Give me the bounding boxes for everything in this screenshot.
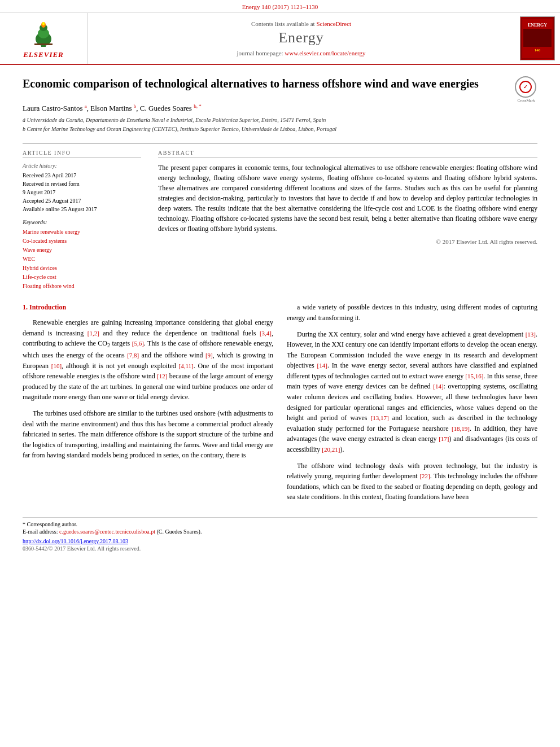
journal-homepage-line: journal homepage: www.elsevier.com/locat… <box>237 50 365 56</box>
body-col-right: a wide variety of possible devices in th… <box>287 302 537 508</box>
ref-3-4: [3,4] <box>260 330 272 337</box>
keywords-section: Keywords: Marine renewable energy Co-loc… <box>23 219 141 291</box>
journal-center: Contents lists available at ScienceDirec… <box>88 13 515 64</box>
journal-header: ELSEVIER Contents lists available at Sci… <box>0 13 560 65</box>
body-col-left: 1. Introduction Renewable energies are g… <box>23 302 273 508</box>
ref-5-6: [5,6] <box>132 340 144 347</box>
keyword-2: Co-located systems <box>23 237 141 246</box>
keyword-4: WEC <box>23 255 141 264</box>
journal-cover-image: ENERGY 140 <box>520 16 555 60</box>
email-line: E-mail address: c.guedes.soares@centec.t… <box>23 528 537 535</box>
keywords-label: Keywords: <box>23 219 141 225</box>
elsevier-logo-area: ELSEVIER <box>0 13 88 64</box>
ref-17b: [17] <box>439 435 449 442</box>
body-para-3: a wide variety of possible devices in th… <box>287 302 537 323</box>
ref-9: [9] <box>205 352 213 359</box>
article-container: Economic comparison of technological alt… <box>0 65 560 565</box>
section1-heading: 1. Introduction <box>23 302 273 313</box>
copyright-line: © 2017 Elsevier Ltd. All rights reserved… <box>158 238 537 245</box>
affiliations: á Universidade da Coruña, Departamento d… <box>23 116 537 133</box>
available-online-date: Available online 25 August 2017 <box>23 205 141 213</box>
journal-homepage-link[interactable]: www.elsevier.com/locate/energy <box>285 50 365 56</box>
author-1: Laura Castro-Santos a, <box>23 104 90 112</box>
article-dates: Received 23 April 2017 Received in revis… <box>23 171 141 213</box>
elsevier-tree-icon <box>21 18 66 49</box>
sciencedirect-link[interactable]: ScienceDirect <box>316 20 351 27</box>
abstract-text: The present paper compares in economic t… <box>158 163 537 234</box>
ref-14: [14] <box>317 362 327 369</box>
svg-point-6 <box>42 22 45 25</box>
revised-date: 9 August 2017 <box>23 188 141 196</box>
journal-cover-area: ENERGY 140 <box>515 13 560 64</box>
ref-12: [12] <box>157 373 167 379</box>
article-title: Economic comparison of technological alt… <box>23 76 509 91</box>
article-info-heading: ARTICLE INFO <box>23 150 141 158</box>
history-label: Article history: <box>23 163 141 169</box>
body-para-1: Renewable energies are gaining increasin… <box>23 317 273 403</box>
footer-area: * Corresponding author. E-mail address: … <box>23 517 537 554</box>
body-columns: 1. Introduction Renewable energies are g… <box>23 302 537 508</box>
keyword-1: Marine renewable energy <box>23 228 141 237</box>
svg-text:ENERGY: ENERGY <box>528 23 547 28</box>
ref-1-2: [1,2] <box>88 330 99 337</box>
corresponding-author-note: * Corresponding author. <box>23 521 537 527</box>
accepted-date: Accepted 25 August 2017 <box>23 196 141 205</box>
svg-rect-10 <box>523 29 552 47</box>
ref-4-11: [4,11] <box>179 362 194 369</box>
ref-20-21: [20,21] <box>322 446 340 453</box>
ref-18-19: [18,19] <box>452 425 470 432</box>
ref-22: [22] <box>419 473 430 479</box>
keyword-3: Wave energy <box>23 246 141 255</box>
journal-citation: Energy 140 (2017) 1121–1130 <box>242 3 318 10</box>
article-info-panel: ARTICLE INFO Article history: Received 2… <box>23 150 141 291</box>
elsevier-brand-label: ELSEVIER <box>23 50 64 59</box>
body-para-4: During the XX century, solar and wind en… <box>287 329 537 455</box>
ref-13-17: [13,17] <box>371 414 389 421</box>
ref-10: [10] <box>51 362 62 369</box>
keyword-7: Floating offshore wind <box>23 282 141 291</box>
crossmark-badge: ✓ CrossMark <box>515 76 537 99</box>
received-revised-label: Received in revised form <box>23 180 141 188</box>
keyword-5: Hybrid devices <box>23 264 141 273</box>
keywords-list: Marine renewable energy Co-located syste… <box>23 228 141 291</box>
body-para-5: The offshore wind technology deals with … <box>287 461 537 503</box>
svg-text:140: 140 <box>535 48 541 53</box>
doi-link[interactable]: http://dx.doi.org/10.1016/j.energy.2017.… <box>23 538 537 544</box>
doi-anchor[interactable]: http://dx.doi.org/10.1016/j.energy.2017.… <box>23 538 128 544</box>
authors-line: Laura Castro-Santos a, Elson Martins b, … <box>23 103 537 113</box>
received-date: Received 23 April 2017 <box>23 171 141 180</box>
email-link[interactable]: c.guedes.soares@centec.tecnico.ulisboa.p… <box>59 528 155 535</box>
info-abstract-row: ARTICLE INFO Article history: Received 2… <box>23 143 537 291</box>
affiliation-2: b Centre for Marine Technology and Ocean… <box>23 125 537 133</box>
abstract-heading: ABSTRACT <box>158 150 537 158</box>
body-para-2: The turbines used offshore are similar t… <box>23 408 273 461</box>
journal-name: Energy <box>278 29 324 46</box>
ref-7-8: [7,8] <box>127 352 139 359</box>
keyword-6: Life-cycle cost <box>23 273 141 282</box>
abstract-section: ABSTRACT The present paper compares in e… <box>158 150 537 291</box>
journal-citation-bar: Energy 140 (2017) 1121–1130 <box>0 0 560 13</box>
author-2: Elson Martins b, <box>90 104 140 112</box>
affiliation-1: á Universidade da Coruña, Departamento d… <box>23 116 537 124</box>
ref-13: [13] <box>526 331 536 338</box>
ref-15-16: [15,16] <box>465 373 483 379</box>
author-3: C. Guedes Soares b, * <box>140 104 202 112</box>
svg-rect-4 <box>34 43 53 45</box>
sciencedirect-line: Contents lists available at ScienceDirec… <box>251 20 351 27</box>
issn-line: 0360-5442/© 2017 Elsevier Ltd. All right… <box>23 545 537 552</box>
ref-14b: [14] <box>433 383 443 390</box>
